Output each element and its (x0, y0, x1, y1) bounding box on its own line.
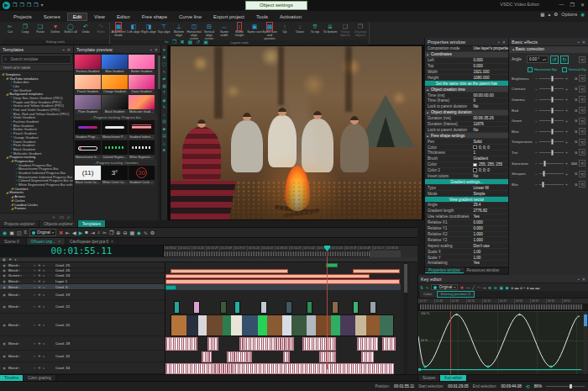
timeline-clip[interactable]: 1 (353, 269, 400, 274)
reset-effect-icon[interactable] (579, 86, 585, 92)
maximize-button[interactable]: ❐ (570, 2, 575, 8)
property-row[interactable]: Mode Simple (425, 191, 508, 197)
timeline-clip[interactable] (319, 351, 336, 362)
scene-tool-icon[interactable]: ❐ (172, 39, 176, 45)
timeline-tool-icon[interactable]: ⚙ (150, 230, 155, 235)
decrease-icon[interactable]: − (535, 108, 538, 113)
ribbon-button[interactable]: ❐ Copy (18, 22, 33, 40)
ribbon-button[interactable]: ◧ Left align (126, 22, 141, 40)
property-value[interactable]: 0; 0; 0 (473, 168, 508, 172)
close-icon[interactable]: ✕ (155, 47, 158, 52)
property-value[interactable]: 1.00 (473, 250, 508, 254)
animation-curve-area[interactable]: 100 % 50 % + − (418, 310, 588, 374)
close-tab-icon[interactable]: × (111, 238, 113, 245)
blend-mode-select[interactable]: Blend (8, 285, 34, 289)
timeline-clip[interactable]: 6 (165, 285, 176, 290)
reset-effect-icon[interactable] (579, 118, 585, 124)
tool-icon[interactable]: ▰ (163, 77, 166, 81)
vertical-flip-checkbox[interactable]: Vertical flip (562, 67, 586, 72)
timeline-tool-icon[interactable]: ◆ (137, 230, 141, 235)
blend-mode-select[interactable]: Blend (8, 341, 34, 346)
key-editor-tool-icon[interactable]: ✖ (460, 285, 464, 290)
panel-tab[interactable]: Properties window (425, 267, 464, 273)
slider-handle[interactable] (551, 118, 554, 124)
effect-slider[interactable] (539, 88, 564, 89)
timeline-clip[interactable] (234, 301, 240, 314)
track-option-icons[interactable] (34, 285, 55, 289)
property-row[interactable]: Angle 29.4 (425, 203, 508, 209)
increase-icon[interactable]: + (565, 108, 568, 113)
timeline-tool-icon[interactable]: ▣ (9, 230, 14, 235)
property-row[interactable]: Duration (ms) 00:06:35.26 (425, 116, 508, 122)
property-row[interactable]: Duration (frames) 11876 (425, 122, 508, 128)
property-row[interactable]: Color 0; 0; 0 (425, 145, 508, 151)
layout-icon[interactable]: ▦ (540, 12, 544, 17)
dropdown-caret-icon[interactable]: ▾ (41, 2, 44, 9)
track-name[interactable]: Crosf. 22 (55, 304, 165, 309)
timeline-clip[interactable] (202, 351, 212, 362)
timeline-mode-tab[interactable]: Timeline (0, 375, 24, 381)
slider-handle[interactable] (543, 161, 546, 166)
template-card[interactable]: Orange Gradient (102, 75, 128, 94)
key-editor-tool-icon[interactable]: ● ▬ ● ▪ ● ▬ ▬ (511, 285, 539, 290)
increase-icon[interactable]: + (565, 129, 568, 134)
property-row[interactable]: Left 0.000 (425, 58, 508, 64)
track-option-icons[interactable] (34, 293, 55, 297)
timeline-tool-icon[interactable]: ✂ (102, 230, 107, 235)
property-row[interactable]: Scale X 1.00 (425, 249, 508, 255)
tool-icon[interactable]: ▦ (162, 84, 166, 88)
timeline-tool-icon[interactable]: ❐ (109, 230, 113, 235)
property-value[interactable]: 1.00 (473, 256, 508, 260)
tool-icon[interactable]: ▢ (162, 62, 166, 66)
key-editor-tool-icon[interactable]: ∿ (426, 285, 429, 290)
explorer-tab[interactable]: Objects explorer (39, 220, 78, 227)
track-visibility-icon[interactable] (0, 366, 8, 370)
track-visibility-icon[interactable] (0, 304, 8, 309)
pin-icon[interactable]: ▪ (578, 40, 580, 45)
rotate-cw-button[interactable]: ↻ (560, 55, 569, 64)
increase-icon[interactable]: + (565, 76, 568, 81)
ribbon-button[interactable]: ❒ Ungroup objects (353, 22, 368, 40)
timeline-tool-icon[interactable]: ⊕ (116, 230, 120, 235)
timeline-clip[interactable] (353, 301, 359, 314)
timeline-clip[interactable] (171, 314, 394, 336)
property-value[interactable]: 11876 (473, 122, 508, 126)
save-project-icon[interactable]: ❒ (27, 2, 31, 9)
reset-angle-icon[interactable] (579, 56, 585, 63)
timeline-tool-icon[interactable]: ∿ (144, 230, 148, 235)
basic-correction-section[interactable]: Basic correction (509, 46, 588, 53)
tool-icon[interactable]: ✎ (162, 105, 165, 109)
timeline-clip[interactable] (239, 337, 294, 351)
tool-icon[interactable]: ♪ (163, 113, 165, 117)
timeline-clip[interactable]: 5 (171, 269, 288, 274)
timeline-tool-icon[interactable]: ⇤ (66, 230, 70, 235)
property-row[interactable]: Relative X1 0.000 (425, 220, 508, 226)
property-row[interactable]: Object drawing duration (425, 110, 508, 116)
property-value[interactable]: Linear fill (473, 186, 508, 190)
menu-item[interactable]: View (89, 13, 110, 20)
tool-icon[interactable]: ◈ (163, 148, 166, 152)
property-row[interactable]: Lock to parent duration No (425, 127, 508, 133)
close-tab-icon[interactable]: × (58, 238, 60, 245)
timeline-clip[interactable] (193, 301, 200, 314)
pin-icon[interactable]: ▪ (578, 277, 580, 282)
blend-mode-select[interactable]: Blend (8, 279, 34, 283)
effect-slider[interactable] (539, 163, 564, 164)
template-card[interactable]: Dawn Gradient (129, 75, 155, 94)
scope-tab[interactable]: Scopes (418, 375, 440, 381)
property-row[interactable]: Coordinates (425, 52, 508, 58)
property-value[interactable]: 0 (473, 98, 508, 103)
gear-icon[interactable]: ⚙ (554, 12, 558, 17)
property-value[interactable]: Yes (473, 261, 508, 265)
property-row[interactable]: Relative Y1 0.000 (425, 226, 508, 232)
increase-icon[interactable]: + (565, 140, 568, 145)
timeline-tool-icon[interactable]: ◫ (17, 230, 22, 235)
key-editor-tool-icon[interactable]: ◠ (476, 285, 480, 290)
property-value[interactable]: Don't use (473, 244, 508, 248)
decrease-icon[interactable]: − (535, 172, 538, 177)
decrease-icon[interactable]: − (535, 87, 538, 92)
new-project-icon[interactable]: ❒ (13, 2, 17, 9)
tool-icon[interactable]: △ (163, 141, 166, 145)
track-header-row[interactable]: Blend Crosf. 22 (0, 300, 165, 314)
close-icon[interactable]: ✕ (502, 40, 506, 45)
